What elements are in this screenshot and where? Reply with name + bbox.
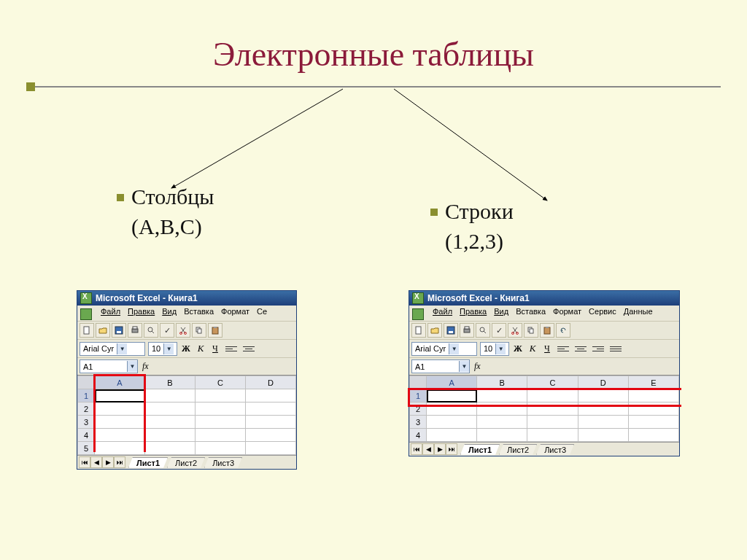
formula-bar[interactable]: A1▼ fx (77, 357, 296, 375)
new-icon[interactable] (80, 323, 94, 338)
cut-icon[interactable] (508, 323, 522, 338)
cell[interactable] (246, 389, 296, 402)
menu-tools[interactable]: Сервис (589, 307, 616, 319)
standard-toolbar[interactable]: ✓ (77, 321, 296, 339)
menu-file[interactable]: Файл (433, 307, 452, 319)
nav-last-icon[interactable]: ⏭ (446, 443, 457, 455)
cell[interactable] (427, 389, 477, 402)
save-icon[interactable] (112, 323, 126, 338)
sheet-tab[interactable]: Лист2 (167, 457, 205, 468)
font-size-combo[interactable]: 10▼ (148, 342, 177, 356)
menu-bar[interactable]: Файл Правка Вид Вставка Формат Се (77, 306, 296, 321)
copy-icon[interactable] (524, 323, 538, 338)
sheet-tabs-bar[interactable]: ⏮ ◀ ▶ ⏭ Лист1 Лист2 Лист3 (77, 455, 296, 469)
copy-icon[interactable] (192, 323, 206, 338)
underline-button[interactable]: Ч (209, 343, 221, 354)
menu-bar[interactable]: Файл Правка Вид Вставка Формат Сервис Да… (409, 306, 679, 321)
italic-button[interactable]: К (195, 343, 206, 354)
col-header-a[interactable]: A (95, 376, 145, 389)
standard-toolbar[interactable]: ✓ (409, 321, 679, 339)
align-left-icon[interactable] (224, 341, 239, 356)
search-icon[interactable] (476, 323, 490, 338)
formatting-toolbar[interactable]: Arial Cyr▼ 10▼ Ж К Ч (409, 339, 679, 357)
font-name-combo[interactable]: Arial Cyr▼ (411, 342, 477, 356)
col-header-b[interactable]: B (145, 376, 196, 389)
col-header-d[interactable]: D (578, 376, 628, 389)
menu-insert[interactable]: Вставка (184, 307, 214, 319)
row-header[interactable]: 5 (78, 442, 95, 455)
underline-button[interactable]: Ч (541, 343, 553, 354)
menu-format[interactable]: Формат (553, 307, 581, 319)
align-left-icon[interactable] (556, 341, 570, 356)
tab-nav[interactable]: ⏮ ◀ ▶ ⏭ (79, 456, 125, 468)
fx-label[interactable]: fx (142, 361, 149, 372)
merge-icon[interactable] (608, 341, 623, 356)
col-header-d[interactable]: D (246, 376, 296, 389)
print-icon[interactable] (128, 323, 142, 338)
print-icon[interactable] (460, 323, 474, 338)
nav-prev-icon[interactable]: ◀ (422, 443, 434, 455)
col-header-e[interactable]: E (628, 376, 678, 389)
menu-edit[interactable]: Правка (128, 307, 155, 319)
menu-data[interactable]: Данные (624, 307, 653, 319)
nav-first-icon[interactable]: ⏮ (411, 443, 422, 455)
select-all-corner[interactable] (410, 376, 427, 389)
row-header[interactable]: 1 (78, 389, 95, 402)
col-header-c[interactable]: C (527, 376, 578, 389)
align-right-icon[interactable] (591, 341, 605, 356)
undo-icon[interactable] (556, 323, 570, 338)
align-center-icon[interactable] (573, 341, 588, 356)
fx-label[interactable]: fx (474, 361, 481, 372)
sheet-tab[interactable]: Лист3 (204, 457, 242, 468)
menu-view[interactable]: Вид (494, 307, 508, 319)
font-name-combo[interactable]: Arial Cyr▼ (80, 342, 145, 356)
open-icon[interactable] (427, 323, 442, 338)
row-header[interactable]: 4 (410, 429, 427, 442)
menu-view[interactable]: Вид (162, 307, 177, 319)
menu-format[interactable]: Формат (221, 307, 249, 319)
nav-next-icon[interactable]: ▶ (434, 443, 446, 455)
row-header[interactable]: 4 (78, 429, 95, 442)
new-icon[interactable] (411, 323, 426, 338)
sheet-tab[interactable]: Лист1 (460, 444, 500, 455)
select-all-corner[interactable] (78, 376, 95, 389)
col-header-c[interactable]: C (196, 376, 246, 389)
nav-first-icon[interactable]: ⏮ (79, 456, 90, 468)
sheet-tab[interactable]: Лист2 (499, 444, 537, 455)
row-header[interactable]: 2 (78, 402, 95, 416)
spellcheck-icon[interactable]: ✓ (492, 323, 506, 338)
menu-tools[interactable]: Се (257, 307, 267, 319)
row-header[interactable]: 1 (410, 389, 427, 402)
font-size-combo[interactable]: 10▼ (480, 342, 509, 356)
col-header-a[interactable]: A (427, 376, 477, 389)
menu-file[interactable]: Файл (101, 307, 120, 319)
search-icon[interactable] (144, 323, 158, 338)
cut-icon[interactable] (176, 323, 190, 338)
sheet-tab[interactable]: Лист1 (128, 457, 168, 468)
bold-button[interactable]: Ж (512, 343, 524, 354)
bold-button[interactable]: Ж (180, 343, 192, 354)
paste-icon[interactable] (208, 323, 222, 338)
sheet-tabs-bar[interactable]: ⏮ ◀ ▶ ⏭ Лист1 Лист2 Лист3 (409, 442, 679, 456)
menu-edit[interactable]: Правка (460, 307, 487, 319)
formula-bar[interactable]: A1▼ fx (409, 357, 679, 375)
nav-last-icon[interactable]: ⏭ (114, 456, 125, 468)
row-header[interactable]: 2 (410, 402, 427, 416)
save-icon[interactable] (444, 323, 458, 338)
cell[interactable] (95, 389, 145, 402)
paste-icon[interactable] (540, 323, 554, 338)
col-header-b[interactable]: B (477, 376, 527, 389)
open-icon[interactable] (96, 323, 110, 338)
align-center-icon[interactable] (241, 341, 256, 356)
sheet-tab[interactable]: Лист3 (536, 444, 574, 455)
name-box[interactable]: A1▼ (80, 359, 138, 373)
cell[interactable] (95, 402, 145, 416)
formatting-toolbar[interactable]: Arial Cyr▼ 10▼ Ж К Ч (77, 339, 296, 357)
name-box[interactable]: A1▼ (411, 359, 470, 373)
italic-button[interactable]: К (527, 343, 538, 354)
worksheet-grid[interactable]: A B C D 1 2 3 4 5 (77, 375, 296, 455)
nav-next-icon[interactable]: ▶ (102, 456, 114, 468)
cell[interactable] (145, 389, 196, 402)
nav-prev-icon[interactable]: ◀ (90, 456, 102, 468)
cell[interactable] (196, 389, 246, 402)
